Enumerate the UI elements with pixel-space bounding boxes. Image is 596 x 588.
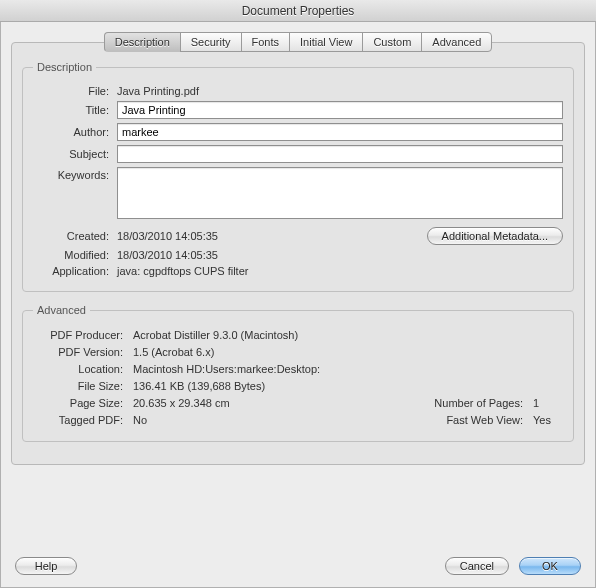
- advanced-group: Advanced PDF Producer: Acrobat Distiller…: [22, 304, 574, 442]
- bottom-bar: Help Cancel OK: [15, 557, 581, 575]
- page-size-label: Page Size:: [33, 397, 133, 409]
- subject-input[interactable]: [117, 145, 563, 163]
- created-value: 18/03/2010 14:05:35: [117, 230, 427, 242]
- file-size-value: 136.41 KB (139,688 Bytes): [133, 380, 563, 392]
- num-pages-value: 1: [533, 397, 563, 409]
- description-legend: Description: [33, 61, 96, 73]
- application-value: java: cgpdftops CUPS filter: [117, 265, 563, 277]
- modified-label: Modified:: [33, 249, 117, 261]
- advanced-legend: Advanced: [33, 304, 90, 316]
- tagged-pdf-label: Tagged PDF:: [33, 414, 133, 426]
- fast-web-view-label: Fast Web View:: [403, 414, 533, 426]
- tab-security[interactable]: Security: [180, 32, 242, 52]
- ok-button[interactable]: OK: [519, 557, 581, 575]
- window-title: Document Properties: [0, 0, 596, 22]
- tab-fonts[interactable]: Fonts: [241, 32, 291, 52]
- pdf-producer-label: PDF Producer:: [33, 329, 133, 341]
- pdf-version-label: PDF Version:: [33, 346, 133, 358]
- description-group: Description File: Java Printing.pdf Titl…: [22, 61, 574, 292]
- file-value: Java Printing.pdf: [117, 85, 563, 97]
- tab-description[interactable]: Description: [104, 32, 181, 52]
- num-pages-label: Number of Pages:: [403, 397, 533, 409]
- help-button[interactable]: Help: [15, 557, 77, 575]
- location-value: Macintosh HD:Users:markee:Desktop:: [133, 363, 563, 375]
- tab-initial-view[interactable]: Initial View: [289, 32, 363, 52]
- title-input[interactable]: [117, 101, 563, 119]
- file-label: File:: [33, 85, 117, 97]
- author-input[interactable]: [117, 123, 563, 141]
- tab-panel: Description File: Java Printing.pdf Titl…: [11, 42, 585, 465]
- file-size-label: File Size:: [33, 380, 133, 392]
- dialog-body: Description Security Fonts Initial View …: [0, 22, 596, 588]
- modified-value: 18/03/2010 14:05:35: [117, 249, 563, 261]
- title-label: Title:: [33, 104, 117, 116]
- keywords-input[interactable]: [117, 167, 563, 219]
- created-label: Created:: [33, 230, 117, 242]
- location-label: Location:: [33, 363, 133, 375]
- author-label: Author:: [33, 126, 117, 138]
- tab-bar: Description Security Fonts Initial View …: [11, 32, 585, 52]
- pdf-producer-value: Acrobat Distiller 9.3.0 (Macintosh): [133, 329, 563, 341]
- additional-metadata-button[interactable]: Additional Metadata...: [427, 227, 563, 245]
- application-label: Application:: [33, 265, 117, 277]
- tab-custom[interactable]: Custom: [362, 32, 422, 52]
- fast-web-view-value: Yes: [533, 414, 563, 426]
- tagged-pdf-value: No: [133, 414, 403, 426]
- cancel-button[interactable]: Cancel: [445, 557, 509, 575]
- tab-advanced[interactable]: Advanced: [421, 32, 492, 52]
- pdf-version-value: 1.5 (Acrobat 6.x): [133, 346, 563, 358]
- page-size-value: 20.635 x 29.348 cm: [133, 397, 403, 409]
- subject-label: Subject:: [33, 148, 117, 160]
- keywords-label: Keywords:: [33, 167, 117, 181]
